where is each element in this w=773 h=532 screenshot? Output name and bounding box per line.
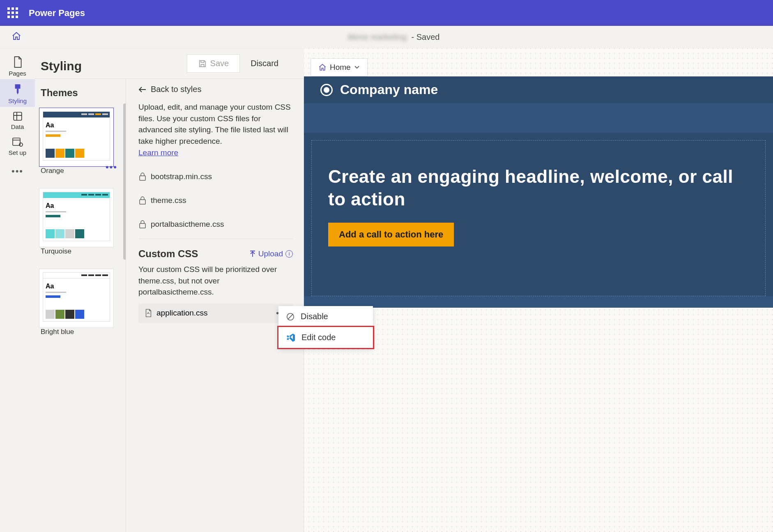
save-status: - Saved (412, 32, 440, 41)
site-status: Akme marketing - Saved (25, 32, 761, 42)
upload-label: Upload (258, 249, 283, 258)
locked-file-row: bootstrap.min.css (138, 165, 293, 189)
custom-file-row[interactable]: application.css ••• (138, 304, 293, 323)
upload-icon (249, 250, 256, 258)
custom-css-heading: Custom CSS (138, 248, 198, 260)
ctx-edit-code-label: Edit code (301, 333, 336, 342)
preview-cta-button[interactable]: Add a call to action here (328, 223, 454, 246)
theme-more-icon[interactable]: ••• (106, 162, 117, 173)
preview-hero: Create an engaging headline, welcome, or… (311, 140, 766, 296)
svg-rect-0 (14, 112, 22, 120)
lock-icon (138, 220, 147, 229)
file-name: theme.css (151, 196, 186, 205)
app-title: Power Pages (29, 8, 85, 18)
file-context-menu: Disable Edit code (278, 306, 373, 348)
lock-icon (138, 172, 147, 181)
preview-site-header: Company name (304, 76, 773, 103)
preview-breadcrumb-home[interactable]: Home (311, 58, 368, 76)
site-name-blurred: Akme marketing (347, 32, 407, 41)
arrow-left-icon (138, 86, 147, 93)
rail-label: Pages (0, 70, 35, 77)
rail-label: Styling (0, 97, 35, 104)
svg-rect-3 (140, 176, 145, 180)
save-button[interactable]: Save (187, 54, 240, 73)
theme-card-turquoise[interactable]: Aa (39, 188, 114, 247)
info-icon[interactable]: i (285, 250, 293, 258)
vscode-icon (286, 333, 296, 342)
theme-card-brightblue[interactable]: Aa (39, 269, 114, 328)
disable-icon (286, 312, 295, 321)
scrollbar-thumb[interactable] (123, 104, 126, 260)
rail-item-pages[interactable]: Pages (0, 52, 35, 79)
divider (138, 239, 293, 239)
preview-nav-band (304, 103, 773, 133)
preview-headline: Create an engaging headline, welcome, or… (328, 165, 749, 210)
locked-file-row: portalbasictheme.css (138, 212, 293, 236)
top-bar: Power Pages (0, 0, 773, 26)
preview-panel: Home Company name Create an engaging hea… (304, 48, 773, 532)
custom-css-description: Your custom CSS will be prioritized over… (138, 264, 293, 298)
ctx-edit-code[interactable]: Edit code (277, 326, 374, 349)
back-to-styles-link[interactable]: Back to styles (138, 82, 293, 101)
file-name: portalbasictheme.css (151, 220, 224, 229)
home-icon[interactable] (12, 31, 21, 43)
second-bar: Akme marketing - Saved (0, 26, 773, 48)
svg-rect-4 (140, 200, 145, 204)
svg-rect-5 (140, 223, 145, 228)
preview-logo-icon (320, 84, 333, 96)
theme-name: Turquoise (39, 247, 122, 256)
rail-item-setup[interactable]: Set up (0, 133, 35, 159)
themes-panel: Themes (35, 79, 126, 532)
css-detail-panel: Back to styles Upload, edit, and manage … (126, 79, 304, 532)
rail-item-styling[interactable]: Styling (0, 79, 35, 107)
preview-footer-band (304, 296, 773, 308)
discard-button[interactable]: Discard (240, 54, 289, 73)
save-icon (198, 59, 207, 68)
learn-more-link[interactable]: Learn more (138, 148, 178, 157)
back-label: Back to styles (151, 85, 201, 94)
file-icon (144, 309, 152, 318)
ctx-disable-label: Disable (301, 312, 328, 321)
home-icon (318, 63, 327, 71)
breadcrumb-label: Home (330, 63, 351, 72)
save-label: Save (210, 59, 229, 68)
locked-file-row: theme.css (138, 189, 293, 212)
discard-label: Discard (251, 59, 278, 68)
app-launcher-icon[interactable] (7, 7, 19, 19)
file-name: bootstrap.min.css (151, 172, 212, 181)
custom-file-name: application.css (156, 309, 208, 318)
themes-heading: Themes (35, 79, 126, 104)
page-title: Styling (41, 59, 82, 73)
css-description: Upload, edit, and manage your custom CSS… (138, 101, 293, 147)
chevron-down-icon (354, 64, 360, 70)
upload-button[interactable]: Upload i (249, 249, 293, 258)
lock-icon (138, 196, 147, 205)
rail-label: Set up (0, 149, 35, 156)
rail-item-data[interactable]: Data (0, 107, 35, 133)
rail-more-icon[interactable]: ••• (0, 159, 35, 184)
left-rail: Pages Styling Data Set up ••• (0, 48, 35, 532)
preview-company-name: Company name (340, 82, 438, 97)
styling-header-row: Styling Save Discard (35, 48, 304, 79)
ctx-disable[interactable]: Disable (278, 306, 373, 327)
rail-label: Data (0, 123, 35, 130)
theme-card-orange[interactable]: Aa (39, 108, 114, 167)
theme-name: Bright blue (39, 328, 122, 336)
